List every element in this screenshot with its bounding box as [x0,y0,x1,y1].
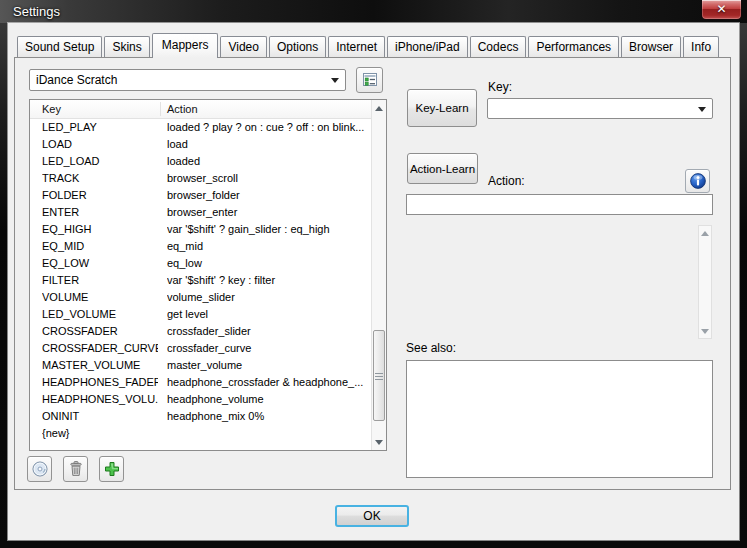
info-icon [689,172,707,190]
key-learn-label: Key-Learn [415,102,468,114]
cell-action: load [167,136,369,153]
settings-window: Settings ✕ Sound Setup Skins Mappers Vid… [0,0,747,548]
table-row[interactable]: EQ_HIGHvar '$shift' ? gain_slider : eq_h… [30,221,371,238]
ok-button[interactable]: OK [335,505,409,527]
tab-video[interactable]: Video [220,36,266,57]
delete-mapper-button[interactable] [63,456,88,482]
column-divider [160,102,161,116]
action-input[interactable] [406,194,713,215]
cell-action: headphone_mix 0% [167,408,369,425]
table-row[interactable]: EQ_LOWeq_low [30,255,371,272]
tab-internet[interactable]: Internet [328,36,385,57]
scroll-up-button[interactable] [699,226,711,240]
action-learn-button[interactable]: Action-Learn [407,153,478,184]
action-info-button[interactable] [685,169,710,193]
table-row-new[interactable]: {new} [30,425,371,442]
cell-action: headphone_crossfader & headphone_... [167,374,369,391]
cell-action: volume_slider [167,289,369,306]
table-row[interactable]: FILTERvar '$shift' ? key : filter [30,272,371,289]
table-row[interactable]: ONINITheadphone_mix 0% [30,408,371,425]
action-learn-label: Action-Learn [410,163,475,175]
table-row[interactable]: LED_PLAYloaded ? play ? on : cue ? off :… [30,119,371,136]
tab-options[interactable]: Options [269,36,326,57]
description-scrollbar[interactable] [698,225,712,339]
tab-codecs[interactable]: Codecs [470,36,527,57]
mappers-tab-panel: iDance Scratch [14,57,731,490]
cell-key: EQ_HIGH [42,221,158,238]
mapping-rows: LED_PLAYloaded ? play ? on : cue ? off :… [30,119,371,450]
dialog-body: Sound Setup Skins Mappers Video Options … [8,23,739,540]
cell-key: EQ_LOW [42,255,158,272]
cell-action: loaded [167,153,369,170]
tab-bar: Sound Setup Skins Mappers Video Options … [17,36,721,57]
cell-key: MASTER_VOLUME [42,357,158,374]
table-row[interactable]: LOADload [30,136,371,153]
titlebar[interactable]: Settings ✕ [0,0,747,23]
mapper-device-value: iDance Scratch [36,70,117,90]
cell-action: headphone_volume [167,391,369,408]
cell-action: browser_enter [167,204,369,221]
cell-key: LED_LOAD [42,153,158,170]
arrow-up-icon [701,231,709,236]
cell-key: FILTER [42,272,158,289]
table-row[interactable]: HEADPHONES_VOLU...headphone_volume [30,391,371,408]
arrow-down-icon [375,440,383,445]
table-row[interactable]: CROSSFADERcrossfader_slider [30,323,371,340]
table-row[interactable]: TRACKbrowser_scroll [30,170,371,187]
chevron-down-icon [331,78,339,83]
window-title: Settings [13,4,60,19]
arrow-down-icon [701,329,709,334]
table-row[interactable]: LED_LOADloaded [30,153,371,170]
add-mapping-button[interactable] [99,456,124,482]
mapping-table-header: Key Action [30,100,371,119]
table-row[interactable]: ENTERbrowser_enter [30,204,371,221]
cell-key: HEADPHONES_VOLU... [42,391,158,408]
mapping-table[interactable]: Key Action LED_PLAYloaded ? play ? on : … [29,99,387,451]
cell-action: crossfader_slider [167,323,369,340]
ok-label: OK [363,509,380,523]
cell-key: ENTER [42,204,158,221]
cell-key: CROSSFADER_CURVE [42,340,158,357]
list-view-icon [362,72,378,88]
key-learn-button[interactable]: Key-Learn [407,89,477,127]
tab-iphone-ipad[interactable]: iPhone/iPad [387,36,468,57]
tab-info[interactable]: Info [683,36,719,57]
scroll-up-button[interactable] [372,100,386,116]
cell-action: crossfader_curve [167,340,369,357]
trash-icon [67,460,85,478]
tab-mappers[interactable]: Mappers [152,33,219,58]
cell-action: browser_scroll [167,170,369,187]
table-row[interactable]: MASTER_VOLUMEmaster_volume [30,357,371,374]
mapper-list-view-button[interactable] [356,67,383,93]
table-row[interactable]: EQ_MIDeq_mid [30,238,371,255]
see-also-label: See also: [406,341,456,355]
table-scrollbar[interactable] [371,100,386,450]
scroll-down-button[interactable] [699,324,711,338]
table-row[interactable]: HEADPHONES_FADERheadphone_crossfader & h… [30,374,371,391]
table-row[interactable]: CROSSFADER_CURVEcrossfader_curve [30,340,371,357]
tab-performances[interactable]: Performances [528,36,619,57]
cell-key: LED_PLAY [42,119,158,136]
scrollbar-thumb[interactable] [373,330,385,421]
tab-skins[interactable]: Skins [104,36,149,57]
cell-key: LOAD [42,136,158,153]
see-also-list[interactable] [406,360,713,478]
cell-action: eq_low [167,255,369,272]
key-select[interactable] [487,98,713,119]
cell-key: TRACK [42,170,158,187]
action-label: Action: [488,174,525,188]
mapper-device-select[interactable]: iDance Scratch [29,69,346,91]
close-button[interactable]: ✕ [701,0,742,20]
scroll-down-button[interactable] [372,434,386,450]
table-row[interactable]: LED_VOLUMEget level [30,306,371,323]
cell-action: get level [167,306,369,323]
cell-key: VOLUME [42,289,158,306]
cell-key: HEADPHONES_FADER [42,374,158,391]
table-row[interactable]: VOLUMEvolume_slider [30,289,371,306]
cell-action: eq_mid [167,238,369,255]
tab-sound-setup[interactable]: Sound Setup [17,36,102,57]
cell-action: master_volume [167,357,369,374]
table-row[interactable]: FOLDERbrowser_folder [30,187,371,204]
tab-browser[interactable]: Browser [621,36,681,57]
clone-mapper-button[interactable] [27,456,52,482]
